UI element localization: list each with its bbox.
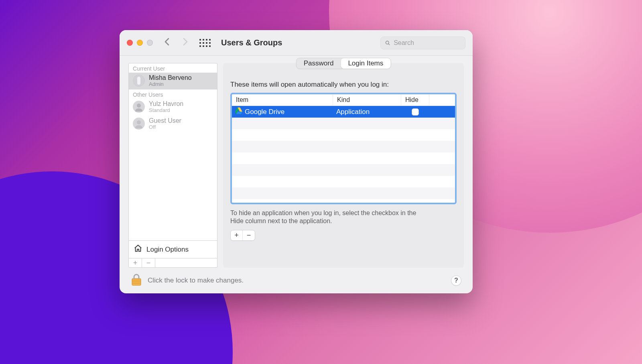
avatar (133, 101, 145, 113)
table-row (232, 118, 455, 129)
svg-point-6 (137, 120, 141, 124)
user-name: Yulz Havron (149, 100, 183, 108)
remove-user-button[interactable]: − (142, 258, 155, 267)
svg-point-7 (135, 125, 142, 128)
svg-line-1 (388, 43, 390, 45)
sidebar-footer: + − (129, 258, 217, 267)
col-kind[interactable]: Kind (333, 94, 401, 106)
avatar (133, 118, 145, 130)
window-minimize-button[interactable] (137, 40, 143, 46)
col-item[interactable]: Item (232, 94, 333, 106)
show-all-button[interactable] (199, 39, 211, 47)
tab-login-items[interactable]: Login Items (341, 58, 390, 69)
help-button[interactable]: ? (451, 275, 461, 286)
current-user-header: Current User (129, 63, 217, 73)
svg-point-5 (135, 108, 142, 112)
search-input[interactable] (394, 39, 461, 47)
table-row (232, 141, 455, 153)
login-items-table[interactable]: Item Kind Hide Google Drive Application (230, 93, 457, 204)
sidebar-user-other[interactable]: Yulz Havron Standard (129, 99, 217, 116)
table-row (232, 176, 455, 187)
tabbar: Password Login Items (296, 58, 391, 69)
google-drive-icon (235, 107, 242, 116)
hide-note: To hide an application when you log in, … (230, 209, 431, 225)
window-close-button[interactable] (127, 40, 133, 46)
table-row[interactable]: Google Drive Application (232, 106, 455, 118)
login-options-button[interactable]: Login Options (129, 240, 217, 258)
col-hide[interactable]: Hide (401, 94, 429, 106)
tab-password[interactable]: Password (297, 58, 341, 69)
table-row (232, 187, 455, 199)
user-role: Off (149, 124, 181, 130)
window-title: Users & Groups (221, 38, 282, 47)
search-field[interactable] (380, 37, 465, 49)
content-pane: Password Login Items These items will op… (223, 63, 464, 268)
table-row (232, 153, 455, 164)
system-preferences-window: Users & Groups Current User Misha Berven… (120, 30, 473, 293)
lock-bar: Click the lock to make changes. ? (120, 268, 473, 293)
nav-buttons (164, 37, 211, 49)
svg-rect-3 (137, 77, 140, 85)
window-zoom-button[interactable] (147, 40, 153, 46)
titlebar: Users & Groups (120, 30, 473, 56)
forward-button[interactable] (182, 37, 188, 49)
users-sidebar: Current User Misha Berveno Admin Other U… (128, 63, 217, 268)
traffic-lights (127, 40, 153, 46)
user-role: Admin (149, 81, 192, 87)
item-add-remove: + − (230, 230, 255, 241)
house-icon (134, 244, 142, 255)
col-spacer (429, 94, 455, 106)
login-options-label: Login Options (146, 246, 189, 254)
svg-point-4 (137, 104, 141, 108)
add-item-button[interactable]: + (231, 230, 243, 240)
add-user-button[interactable]: + (129, 258, 142, 267)
user-name: Guest User (149, 117, 181, 124)
user-role: Standard (149, 108, 183, 113)
user-name: Misha Berveno (149, 74, 192, 81)
lock-icon[interactable] (131, 273, 142, 288)
table-row (232, 164, 455, 176)
item-name: Google Drive (245, 108, 284, 116)
hide-checkbox[interactable] (412, 108, 419, 116)
sidebar-user-guest[interactable]: Guest User Off (129, 116, 217, 132)
other-users-header: Other Users (129, 89, 217, 99)
remove-item-button[interactable]: − (243, 230, 255, 240)
item-kind: Application (333, 108, 401, 116)
lock-text: Click the lock to make changes. (148, 277, 244, 285)
table-row (232, 129, 455, 141)
avatar (133, 75, 145, 87)
sidebar-user-current[interactable]: Misha Berveno Admin (129, 73, 217, 89)
table-header: Item Kind Hide (232, 94, 455, 106)
back-button[interactable] (164, 37, 171, 49)
search-icon (385, 40, 390, 46)
